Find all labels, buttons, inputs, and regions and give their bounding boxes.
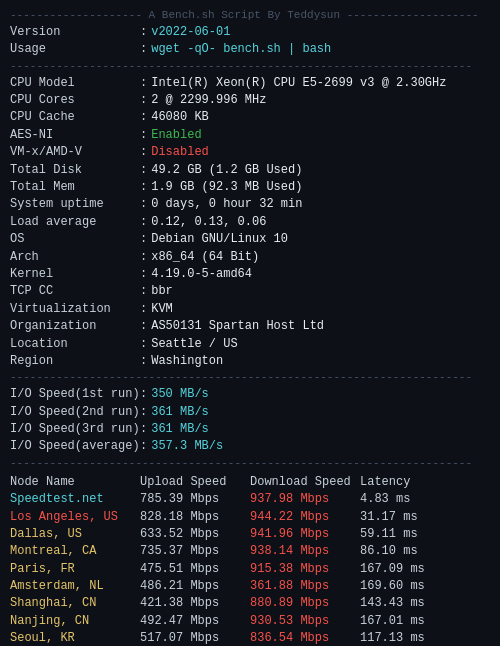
download-speed: 941.96 Mbps <box>250 526 360 543</box>
usage-value: wget -qO- bench.sh | bash <box>151 41 331 58</box>
cpu-cores-value: 2 @ 2299.996 MHz <box>151 92 266 109</box>
io-run3-label: I/O Speed(3rd run) <box>10 421 140 438</box>
org-label: Organization <box>10 318 140 335</box>
node-name: Shanghai, CN <box>10 595 140 612</box>
latency: 143.43 ms <box>360 595 440 612</box>
cpu-cache-row: CPU Cache : 46080 KB <box>10 109 490 126</box>
upload-speed: 517.07 Mbps <box>140 630 250 646</box>
node-name: Paris, FR <box>10 561 140 578</box>
kernel-row: Kernel : 4.19.0-5-amd64 <box>10 266 490 283</box>
table-row: Los Angeles, US 828.18 Mbps 944.22 Mbps … <box>10 509 490 526</box>
io-run2-label: I/O Speed(2nd run) <box>10 404 140 421</box>
region-label: Region <box>10 353 140 370</box>
download-speed: 938.14 Mbps <box>250 543 360 560</box>
arch-row: Arch : x86_64 (64 Bit) <box>10 249 490 266</box>
io-avg-value: 357.3 MB/s <box>151 438 223 455</box>
cpu-model-value: Intel(R) Xeon(R) CPU E5-2699 v3 @ 2.30GH… <box>151 75 446 92</box>
arch-value: x86_64 (64 Bit) <box>151 249 259 266</box>
latency: 4.83 ms <box>360 491 440 508</box>
download-speed: 930.53 Mbps <box>250 613 360 630</box>
upload-speed: 492.47 Mbps <box>140 613 250 630</box>
load-value: 0.12, 0.13, 0.06 <box>151 214 266 231</box>
version-row: Version : v2022-06-01 <box>10 24 490 41</box>
load-label: Load average <box>10 214 140 231</box>
node-name: Seoul, KR <box>10 630 140 646</box>
io-run3-value: 361 MB/s <box>151 421 209 438</box>
table-row: Amsterdam, NL 486.21 Mbps 361.88 Mbps 16… <box>10 578 490 595</box>
table-row: Speedtest.net 785.39 Mbps 937.98 Mbps 4.… <box>10 491 490 508</box>
region-row: Region : Washington <box>10 353 490 370</box>
node-name: Dallas, US <box>10 526 140 543</box>
col-latency-header: Latency <box>360 474 440 491</box>
vm-label: VM-x/AMD-V <box>10 144 140 161</box>
usage-row: Usage : wget -qO- bench.sh | bash <box>10 41 490 58</box>
terminal-container: -------------------- A Bench.sh Script B… <box>10 8 490 646</box>
table-row: Nanjing, CN 492.47 Mbps 930.53 Mbps 167.… <box>10 613 490 630</box>
download-speed: 937.98 Mbps <box>250 491 360 508</box>
location-value: Seattle / US <box>151 336 237 353</box>
mem-label: Total Mem <box>10 179 140 196</box>
load-row: Load average : 0.12, 0.13, 0.06 <box>10 214 490 231</box>
os-value: Debian GNU/Linux 10 <box>151 231 288 248</box>
kernel-label: Kernel <box>10 266 140 283</box>
table-row: Montreal, CA 735.37 Mbps 938.14 Mbps 86.… <box>10 543 490 560</box>
cpu-model-label: CPU Model <box>10 75 140 92</box>
disk-label: Total Disk <box>10 162 140 179</box>
latency: 167.01 ms <box>360 613 440 630</box>
top-divider: -------------------- A Bench.sh Script B… <box>10 8 490 24</box>
col-node-header: Node Name <box>10 474 140 491</box>
table-row: Paris, FR 475.51 Mbps 915.38 Mbps 167.09… <box>10 561 490 578</box>
vm-value: Disabled <box>151 144 209 161</box>
cpu-model-row: CPU Model : Intel(R) Xeon(R) CPU E5-2699… <box>10 75 490 92</box>
cpu-cores-row: CPU Cores : 2 @ 2299.996 MHz <box>10 92 490 109</box>
location-label: Location <box>10 336 140 353</box>
table-row: Seoul, KR 517.07 Mbps 836.54 Mbps 117.13… <box>10 630 490 646</box>
aes-value: Enabled <box>151 127 201 144</box>
download-speed: 836.54 Mbps <box>250 630 360 646</box>
latency: 169.60 ms <box>360 578 440 595</box>
upload-speed: 785.39 Mbps <box>140 491 250 508</box>
upload-speed: 486.21 Mbps <box>140 578 250 595</box>
node-name: Nanjing, CN <box>10 613 140 630</box>
node-name: Los Angeles, US <box>10 509 140 526</box>
node-name: Amsterdam, NL <box>10 578 140 595</box>
aes-label: AES-NI <box>10 127 140 144</box>
os-row: OS : Debian GNU/Linux 10 <box>10 231 490 248</box>
upload-speed: 735.37 Mbps <box>140 543 250 560</box>
disk-value: 49.2 GB (1.2 GB Used) <box>151 162 302 179</box>
virt-value: KVM <box>151 301 173 318</box>
divider-2: ----------------------------------------… <box>10 370 490 386</box>
download-speed: 880.89 Mbps <box>250 595 360 612</box>
mem-value: 1.9 GB (92.3 MB Used) <box>151 179 302 196</box>
latency: 117.13 ms <box>360 630 440 646</box>
version-value: v2022-06-01 <box>151 24 230 41</box>
upload-speed: 633.52 Mbps <box>140 526 250 543</box>
uptime-row: System uptime : 0 days, 0 hour 32 min <box>10 196 490 213</box>
col-upload-header: Upload Speed <box>140 474 250 491</box>
io-run3-row: I/O Speed(3rd run) : 361 MB/s <box>10 421 490 438</box>
table-row: Shanghai, CN 421.38 Mbps 880.89 Mbps 143… <box>10 595 490 612</box>
region-value: Washington <box>151 353 223 370</box>
aes-row: AES-NI : Enabled <box>10 127 490 144</box>
org-row: Organization : AS50131 Spartan Host Ltd <box>10 318 490 335</box>
download-speed: 361.88 Mbps <box>250 578 360 595</box>
cpu-cache-value: 46080 KB <box>151 109 209 126</box>
node-name: Montreal, CA <box>10 543 140 560</box>
arch-label: Arch <box>10 249 140 266</box>
col-download-header: Download Speed <box>250 474 360 491</box>
table-header: Node Name Upload Speed Download Speed La… <box>10 474 490 491</box>
disk-row: Total Disk : 49.2 GB (1.2 GB Used) <box>10 162 490 179</box>
node-name: Speedtest.net <box>10 491 140 508</box>
tcp-label: TCP CC <box>10 283 140 300</box>
upload-speed: 421.38 Mbps <box>140 595 250 612</box>
usage-label: Usage <box>10 41 140 58</box>
org-value: AS50131 Spartan Host Ltd <box>151 318 324 335</box>
os-label: OS <box>10 231 140 248</box>
mem-row: Total Mem : 1.9 GB (92.3 MB Used) <box>10 179 490 196</box>
kernel-value: 4.19.0-5-amd64 <box>151 266 252 283</box>
divider-3: ----------------------------------------… <box>10 456 490 472</box>
download-speed: 944.22 Mbps <box>250 509 360 526</box>
version-label: Version <box>10 24 140 41</box>
download-speed: 915.38 Mbps <box>250 561 360 578</box>
io-run2-value: 361 MB/s <box>151 404 209 421</box>
